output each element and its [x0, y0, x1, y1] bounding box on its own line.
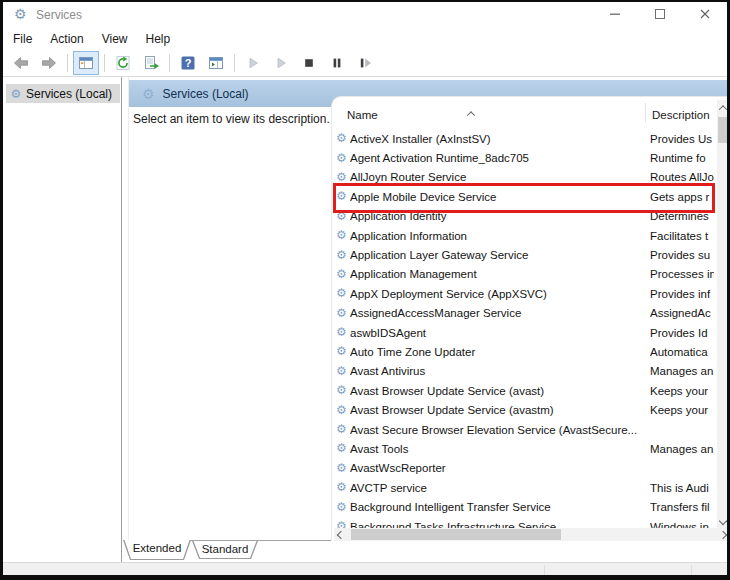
service-row[interactable]: ⚙Background Intelligent Transfer Service… — [332, 497, 718, 516]
menubar: FileActionViewHelp — [3, 28, 727, 50]
service-name: Avast Secure Browser Elevation Service (… — [350, 424, 650, 436]
column-header-name[interactable]: Name — [347, 109, 378, 121]
statusbar-divider — [544, 565, 545, 575]
tree-item-services-local[interactable]: ⚙ Services (Local) — [6, 84, 120, 103]
service-name: Auto Time Zone Updater — [350, 346, 650, 358]
toolbar-separator — [234, 54, 235, 72]
tab-label: Standard — [192, 541, 258, 557]
scroll-down-button[interactable] — [717, 513, 727, 528]
scroll-right-button[interactable] — [716, 528, 727, 541]
service-row[interactable]: ⚙AssignedAccessManager ServiceAssignedAc — [332, 304, 718, 323]
vertical-scrollbar-thumb[interactable] — [718, 117, 727, 143]
toolbar-separator — [169, 54, 170, 72]
toolbar-pause-service-button[interactable] — [324, 51, 350, 75]
tab-extended[interactable]: Extended — [123, 540, 191, 560]
chevron-right-icon — [718, 530, 726, 538]
service-row[interactable]: ⚙Application Layer Gateway ServiceProvid… — [332, 245, 718, 264]
services-list-panel: Name Description ⚙ActiveX Installer (AxI… — [331, 96, 727, 541]
service-row[interactable]: ⚙AvastWscReporter — [332, 459, 718, 478]
service-description: Facilitates t — [650, 230, 714, 242]
service-description: AssignedAc — [650, 307, 714, 319]
menu-file[interactable]: File — [4, 29, 41, 49]
service-row[interactable]: ⚙Agent Activation Runtime_8adc705Runtime… — [332, 148, 718, 167]
minimize-button[interactable] — [592, 2, 637, 28]
column-header-description[interactable]: Description — [652, 109, 710, 121]
pause-service-icon — [329, 55, 345, 71]
service-name: Application Information — [350, 230, 650, 242]
service-row[interactable]: ⚙Avast AntivirusManages an — [332, 362, 718, 381]
toolbar-show-action-pane-button[interactable] — [203, 51, 229, 75]
service-row[interactable]: ⚙Auto Time Zone UpdaterAutomatica — [332, 342, 718, 361]
menu-action[interactable]: Action — [41, 29, 92, 49]
sort-ascending-icon — [468, 103, 474, 121]
service-row[interactable]: ⚙Application InformationFacilitates t — [332, 226, 718, 245]
toolbar-refresh-button[interactable] — [110, 51, 136, 75]
show-action-pane-icon — [208, 55, 224, 71]
service-row[interactable]: ⚙Background Tasks Infrastructure Service… — [332, 517, 718, 528]
close-button[interactable] — [682, 2, 727, 28]
tab-standard[interactable]: Standard — [192, 541, 258, 559]
screenshot-frame: ⚙ Services FileActionViewHelp ? ⚙ Servic… — [0, 0, 730, 580]
horizontal-scrollbar-thumb[interactable] — [351, 529, 561, 540]
service-row[interactable]: ⚙Application IdentityDetermines — [332, 207, 718, 226]
service-name: AllJoyn Router Service — [350, 171, 650, 183]
service-gear-icon: ⚙ — [335, 420, 348, 439]
service-gear-icon: ⚙ — [335, 517, 348, 528]
service-row[interactable]: ⚙AppX Deployment Service (AppXSVC)Provid… — [332, 284, 718, 303]
service-description: This is Audi — [650, 482, 714, 494]
gear-icon: ⚙ — [142, 86, 155, 102]
service-gear-icon: ⚙ — [335, 226, 348, 245]
service-row[interactable]: ⚙Avast Browser Update Service (avast)Kee… — [332, 381, 718, 400]
service-description: Provides inf — [650, 288, 714, 300]
tree-item-label: Services (Local) — [26, 87, 112, 101]
toolbar-stop-service-button[interactable] — [296, 51, 322, 75]
close-icon — [697, 6, 713, 25]
service-row[interactable]: ⚙AVCTP serviceThis is Audi — [332, 478, 718, 497]
svg-text:?: ? — [185, 57, 192, 69]
toolbar-show-console-tree-button[interactable] — [73, 51, 99, 75]
maximize-button[interactable] — [637, 2, 682, 28]
service-description: Keeps your — [650, 385, 714, 397]
service-name: Agent Activation Runtime_8adc705 — [350, 152, 650, 164]
toolbar-resume-service-button[interactable] — [268, 51, 294, 75]
vertical-scrollbar[interactable] — [717, 100, 727, 528]
services-view-panel: ⚙ Services (Local) Select an item to vie… — [128, 77, 727, 541]
minimize-icon — [607, 6, 623, 25]
toolbar-export-list-button[interactable] — [138, 51, 164, 75]
view-header-label: Services (Local) — [163, 87, 249, 101]
scroll-up-button[interactable] — [717, 100, 727, 115]
toolbar-start-service-button[interactable] — [240, 51, 266, 75]
toolbar-restart-service-button[interactable] — [352, 51, 378, 75]
service-name: Avast Antivirus — [350, 365, 650, 377]
toolbar-help-button[interactable]: ? — [175, 51, 201, 75]
service-row[interactable]: ⚙Avast Secure Browser Elevation Service … — [332, 420, 718, 439]
scroll-left-button[interactable] — [334, 528, 347, 541]
service-description: Windows in — [650, 521, 714, 529]
service-description: Provides Us — [650, 133, 714, 145]
service-gear-icon: ⚙ — [335, 439, 348, 458]
service-row[interactable]: ⚙ActiveX Installer (AxInstSV)Provides Us — [332, 129, 718, 148]
stop-service-icon — [301, 55, 317, 71]
menu-view[interactable]: View — [93, 29, 137, 49]
service-name: Application Identity — [350, 210, 650, 222]
back-arrow-icon — [12, 55, 30, 71]
service-row[interactable]: ⚙AllJoyn Router ServiceRoutes AllJo — [332, 168, 718, 187]
service-gear-icon: ⚙ — [335, 265, 348, 284]
service-row[interactable]: ⚙aswbIDSAgentProvides Id — [332, 323, 718, 342]
titlebar[interactable]: ⚙ Services — [3, 2, 727, 28]
service-row[interactable]: ⚙Application ManagementProcesses in — [332, 265, 718, 284]
service-gear-icon: ⚙ — [335, 129, 348, 148]
horizontal-scrollbar[interactable] — [334, 528, 727, 541]
service-row[interactable]: ⚙Apple Mobile Device ServiceGets apps r — [332, 187, 718, 206]
service-gear-icon: ⚙ — [335, 401, 348, 420]
toolbar-forward-arrow-button[interactable] — [36, 51, 62, 75]
toolbar-separator — [67, 54, 68, 72]
service-row[interactable]: ⚙Avast Browser Update Service (avastm)Ke… — [332, 400, 718, 419]
toolbar-back-arrow-button[interactable] — [8, 51, 34, 75]
service-name: Application Management — [350, 268, 650, 280]
service-description: Manages an — [650, 365, 714, 377]
column-divider[interactable] — [645, 103, 646, 122]
menu-help[interactable]: Help — [137, 29, 180, 49]
service-row[interactable]: ⚙Avast ToolsManages an — [332, 439, 718, 458]
service-description: Provides Id — [650, 327, 714, 339]
